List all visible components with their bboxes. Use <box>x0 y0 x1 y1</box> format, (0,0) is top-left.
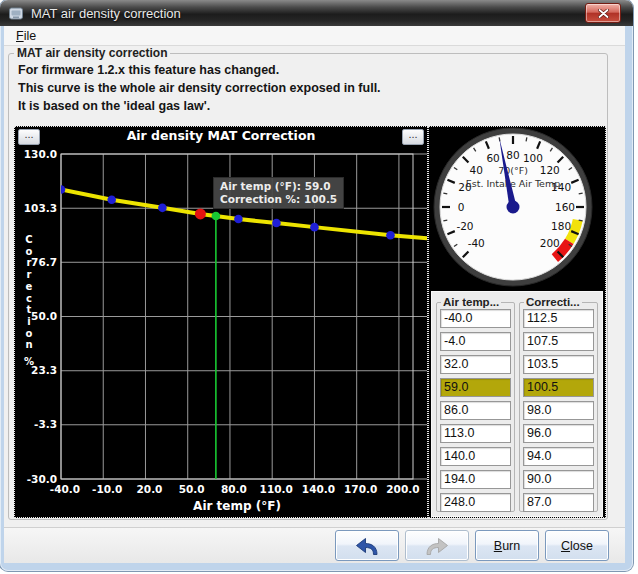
svg-text:40: 40 <box>470 164 483 176</box>
svg-text:50.0: 50.0 <box>179 483 205 495</box>
info-line-2: This curve is the whole air density corr… <box>18 79 607 97</box>
svg-text:-20: -20 <box>456 220 473 232</box>
svg-text:c: c <box>26 293 32 304</box>
air-temp-cell[interactable]: -40.0 <box>440 309 511 328</box>
tooltip-air-temp: Air temp (°F): 59.0 <box>220 180 337 193</box>
correction-cell[interactable]: 98.0 <box>523 401 594 420</box>
svg-text:Air temp (°F): Air temp (°F) <box>193 499 281 513</box>
info-line-3: It is based on the 'ideal gas law'. <box>18 97 607 115</box>
title-bar[interactable]: MAT air density correction <box>0 0 633 26</box>
curve-data-table: Air temp... -40.0-4.032.059.086.0113.014… <box>431 291 603 517</box>
air-temp-gauge: -40-2002040608010012014016018020070(°F)E… <box>429 127 605 289</box>
svg-text:-3.3: -3.3 <box>34 418 57 430</box>
groupbox-title: MAT air density correction <box>14 46 170 60</box>
correction-cell[interactable]: 87.0 <box>523 493 594 512</box>
svg-text:-10.0: -10.0 <box>92 483 122 495</box>
correction-cell[interactable]: 103.5 <box>523 355 594 374</box>
svg-text:o: o <box>26 246 33 257</box>
redo-button[interactable] <box>405 530 469 561</box>
svg-text:80: 80 <box>506 149 519 161</box>
air-temp-cell[interactable]: 194.0 <box>440 470 511 489</box>
svg-text:n: n <box>25 339 32 350</box>
correction-cell-selected[interactable]: 100.5 <box>523 378 594 397</box>
air-temp-cell[interactable]: 32.0 <box>440 355 511 374</box>
undo-button[interactable] <box>335 530 399 561</box>
svg-text:o: o <box>26 328 33 339</box>
svg-text:130.0: 130.0 <box>24 148 57 160</box>
correction-cells: 112.5107.5103.5100.598.096.094.090.087.0 <box>523 309 594 512</box>
svg-text:80.0: 80.0 <box>221 483 247 495</box>
svg-text:r: r <box>27 269 32 280</box>
dialog-window: MAT air density correction File MAT air … <box>0 0 633 571</box>
correction-cell[interactable]: 94.0 <box>523 447 594 466</box>
close-dialog-button[interactable]: Close <box>545 530 609 561</box>
dialog-body: MAT air density correction For firmware … <box>4 46 625 563</box>
app-icon[interactable] <box>8 6 24 21</box>
chart-panel[interactable]: -40.0-10.020.050.080.0110.0140.0170.0200… <box>14 126 428 518</box>
chart-options-button-left[interactable]: ... <box>18 129 40 145</box>
burn-button[interactable]: Burn <box>475 530 539 561</box>
svg-text:120: 120 <box>540 164 560 176</box>
svg-text:180: 180 <box>551 220 571 232</box>
correction-column-header: Correcti... <box>524 296 582 308</box>
svg-text:Est. Intake Air Temp: Est. Intake Air Temp <box>466 178 561 189</box>
info-line-1: For firmware 1.2.x this feature has chan… <box>18 61 607 79</box>
air-temp-cell[interactable]: -4.0 <box>440 332 511 351</box>
svg-text:200.0: 200.0 <box>386 483 419 495</box>
redo-icon <box>423 534 451 558</box>
window-title: MAT air density correction <box>31 6 181 21</box>
air-temp-cell-selected[interactable]: 59.0 <box>440 378 511 397</box>
air-temp-column-header: Air temp... <box>441 296 501 308</box>
svg-text:e: e <box>26 281 33 292</box>
svg-text:170.0: 170.0 <box>344 483 377 495</box>
svg-text:100: 100 <box>523 152 543 164</box>
air-temp-column: Air temp... -40.0-4.032.059.086.0113.014… <box>436 296 515 512</box>
svg-text:50.0: 50.0 <box>31 310 57 322</box>
correction-cell[interactable]: 90.0 <box>523 470 594 489</box>
correction-cell[interactable]: 107.5 <box>523 332 594 351</box>
svg-text:C: C <box>25 234 32 245</box>
tooltip-correction: Correction %: 100.5 <box>220 193 337 206</box>
gauge-and-table-panel: -40-2002040608010012014016018020070(°F)E… <box>428 126 606 518</box>
svg-text:70(°F): 70(°F) <box>498 165 528 176</box>
svg-text:r: r <box>27 257 32 268</box>
svg-text:110.0: 110.0 <box>260 483 293 495</box>
correction-cell[interactable]: 112.5 <box>523 309 594 328</box>
info-text: For firmware 1.2.x this feature has chan… <box>9 60 607 115</box>
svg-text:t: t <box>27 304 32 315</box>
screen: MAT air density correction File MAT air … <box>0 0 638 574</box>
menu-file[interactable]: File <box>11 28 41 44</box>
svg-text:0: 0 <box>458 201 465 213</box>
svg-text:23.3: 23.3 <box>31 364 57 376</box>
svg-text:-40: -40 <box>468 237 485 249</box>
air-temp-cell[interactable]: 113.0 <box>440 424 511 443</box>
air-temp-cells: -40.0-4.032.059.086.0113.0140.0194.0248.… <box>440 309 511 512</box>
svg-text:160: 160 <box>555 201 575 213</box>
svg-text:-40.0: -40.0 <box>50 483 80 495</box>
air-temp-cell[interactable]: 86.0 <box>440 401 511 420</box>
air-temp-cell[interactable]: 248.0 <box>440 493 511 512</box>
correction-column: Correcti... 112.5107.5103.5100.598.096.0… <box>519 296 598 512</box>
svg-text:60: 60 <box>486 152 499 164</box>
svg-text:-30.0: -30.0 <box>27 473 57 485</box>
svg-text:20.0: 20.0 <box>137 483 163 495</box>
chart-options-button-right[interactable]: ... <box>402 129 424 145</box>
menu-bar: File <box>4 26 625 46</box>
svg-text:%: % <box>24 356 34 367</box>
svg-text:i: i <box>27 316 30 327</box>
button-bar: Burn Close <box>4 527 625 563</box>
correction-cell[interactable]: 96.0 <box>523 424 594 443</box>
close-button[interactable] <box>585 3 621 23</box>
svg-text:140.0: 140.0 <box>302 483 335 495</box>
svg-text:103.3: 103.3 <box>24 202 57 214</box>
air-temp-cell[interactable]: 140.0 <box>440 447 511 466</box>
undo-icon <box>353 534 381 558</box>
chart-title: Air density MAT Correction <box>15 128 427 143</box>
close-icon <box>598 9 609 18</box>
svg-text:200: 200 <box>540 237 560 249</box>
chart-tooltip: Air temp (°F): 59.0 Correction %: 100.5 <box>213 177 344 209</box>
svg-text:76.7: 76.7 <box>31 256 57 268</box>
